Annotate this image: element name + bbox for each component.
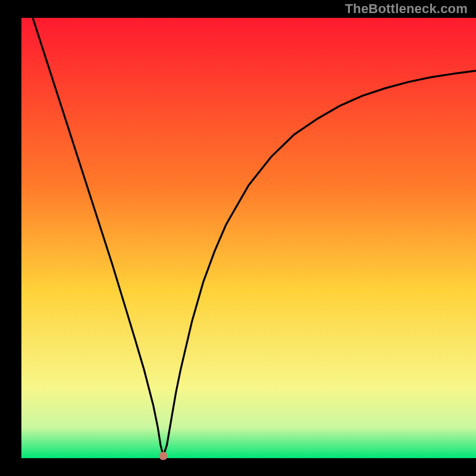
optimal-point-marker — [159, 452, 167, 460]
gradient-background — [21, 18, 476, 458]
chart-svg — [0, 0, 476, 476]
chart-frame: { "watermark": "TheBottleneck.com", "col… — [0, 0, 476, 476]
watermark-text: TheBottleneck.com — [345, 1, 468, 17]
